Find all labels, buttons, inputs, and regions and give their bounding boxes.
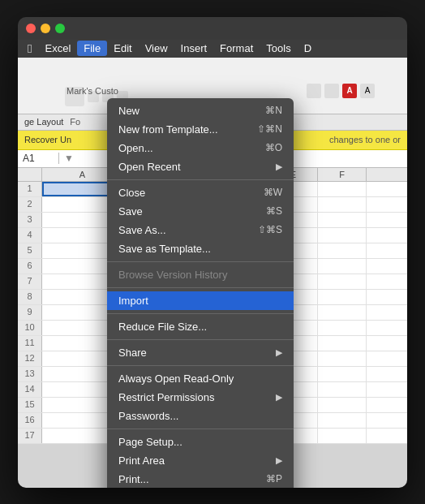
- file-new-template-shortcut: ⇧⌘N: [257, 123, 282, 135]
- menu-tools[interactable]: Tools: [260, 41, 297, 56]
- print-area-arrow: ▶: [276, 455, 282, 466]
- file-save-as-shortcut: ⇧⌘S: [258, 224, 282, 235]
- recover-detail: changes to one or: [329, 135, 401, 144]
- file-close-shortcut: ⌘W: [264, 187, 282, 198]
- grid-cell[interactable]: [318, 243, 367, 258]
- grid-cell[interactable]: [318, 321, 367, 335]
- grid-cell[interactable]: [318, 182, 367, 196]
- grid-cell[interactable]: [318, 228, 367, 243]
- sort-asc-button[interactable]: [307, 84, 321, 98]
- row-number: 5: [18, 243, 42, 258]
- grid-cell[interactable]: [318, 197, 367, 212]
- file-share[interactable]: Share ▶: [107, 343, 294, 362]
- open-recent-arrow: ▶: [276, 162, 282, 172]
- grid-cell[interactable]: [318, 367, 367, 381]
- menu-view[interactable]: View: [139, 41, 174, 56]
- file-save-template-label: Save as Template...: [118, 243, 282, 255]
- maximize-button[interactable]: [55, 24, 65, 33]
- cell-reference[interactable]: A1: [23, 153, 59, 164]
- file-new[interactable]: New ⌘N: [107, 101, 294, 120]
- grid-cell[interactable]: [318, 413, 367, 428]
- file-restrict-permissions[interactable]: Restrict Permissions ▶: [107, 388, 294, 407]
- grid-cell[interactable]: [318, 274, 367, 289]
- close-button[interactable]: [26, 24, 36, 33]
- file-always-read-only-label: Always Open Read-Only: [118, 373, 282, 385]
- menu-excel[interactable]: Excel: [38, 41, 77, 56]
- menu-file[interactable]: File: [77, 41, 107, 56]
- menu-bar:  Excel File Edit View Insert Format Too…: [18, 40, 407, 58]
- file-open-recent-label: Open Recent: [118, 161, 276, 173]
- file-passwords-label: Passwords...: [118, 410, 282, 422]
- file-menu-section-4: Import: [107, 287, 294, 313]
- file-new-template[interactable]: New from Template... ⇧⌘N: [107, 120, 294, 139]
- grid-cell[interactable]: [318, 305, 367, 320]
- file-menu-section-8: Page Setup... Print Area ▶ Print... ⌘P: [107, 429, 294, 488]
- menu-insert[interactable]: Insert: [174, 41, 214, 56]
- row-number: 13: [18, 367, 42, 381]
- file-save-label: Save: [118, 205, 266, 218]
- file-menu-section-3: Browse Version History: [107, 261, 294, 287]
- file-close[interactable]: Close ⌘W: [107, 183, 294, 202]
- file-open-recent[interactable]: Open Recent ▶: [107, 157, 294, 176]
- file-save[interactable]: Save ⌘S: [107, 202, 294, 221]
- font-button[interactable]: A: [360, 84, 375, 98]
- formula-icon: ▼: [64, 153, 74, 164]
- row-number: 17: [18, 429, 42, 443]
- format-tab[interactable]: Fo: [70, 117, 80, 127]
- file-print-label: Print...: [118, 473, 266, 485]
- grid-cell[interactable]: [318, 398, 367, 412]
- grid-cell[interactable]: [318, 351, 367, 366]
- file-print-area-label: Print Area: [118, 454, 276, 467]
- file-always-read-only[interactable]: Always Open Read-Only: [107, 369, 294, 388]
- file-open[interactable]: Open... ⌘O: [107, 139, 294, 157]
- file-print[interactable]: Print... ⌘P: [107, 470, 294, 488]
- file-page-setup-label: Page Setup...: [118, 436, 282, 448]
- main-content: Mark's Custo A A ge Layout Fo Recover Un: [18, 58, 407, 488]
- file-save-shortcut: ⌘S: [266, 205, 282, 217]
- menu-format[interactable]: Format: [213, 41, 260, 56]
- grid-cell[interactable]: [318, 259, 367, 274]
- apple-menu[interactable]: : [21, 40, 38, 57]
- workbook-title: Mark's Custo: [67, 86, 118, 96]
- file-menu-dropdown: New ⌘N New from Template... ⇧⌘N Open... …: [107, 98, 294, 488]
- file-close-label: Close: [118, 187, 264, 199]
- file-print-area[interactable]: Print Area ▶: [107, 451, 294, 470]
- file-import-label: Import: [118, 295, 282, 307]
- file-page-setup[interactable]: Page Setup...: [107, 433, 294, 451]
- file-save-as[interactable]: Save As... ⇧⌘S: [107, 221, 294, 239]
- menu-edit[interactable]: Edit: [107, 41, 138, 56]
- file-import[interactable]: Import: [107, 291, 294, 310]
- font-color-button[interactable]: A: [342, 84, 357, 98]
- file-reduce-size[interactable]: Reduce File Size...: [107, 317, 294, 336]
- row-number: 4: [18, 228, 42, 243]
- grid-cell[interactable]: [318, 213, 367, 227]
- file-open-shortcut: ⌘O: [265, 142, 282, 153]
- row-number: 9: [18, 305, 42, 320]
- row-number: 14: [18, 382, 42, 397]
- page-layout-tab[interactable]: ge Layout: [24, 117, 63, 127]
- row-number: 3: [18, 213, 42, 227]
- grid-cell[interactable]: [318, 290, 367, 304]
- file-menu-section-5: Reduce File Size...: [107, 313, 294, 339]
- file-browse-history: Browse Version History: [107, 265, 294, 284]
- recover-text: Recover Un: [24, 135, 71, 144]
- file-save-template[interactable]: Save as Template...: [107, 239, 294, 258]
- row-number: 11: [18, 336, 42, 351]
- file-passwords[interactable]: Passwords...: [107, 407, 294, 425]
- minimize-button[interactable]: [41, 24, 50, 33]
- file-share-label: Share: [118, 347, 276, 359]
- row-number: 8: [18, 290, 42, 304]
- traffic-lights: [26, 24, 65, 33]
- row-number: 1: [18, 182, 42, 196]
- row-num-header: [18, 168, 42, 181]
- file-browse-history-label: Browse Version History: [118, 269, 282, 281]
- sort-desc-button[interactable]: [324, 84, 339, 98]
- row-number: 6: [18, 259, 42, 274]
- title-bar: [18, 17, 407, 40]
- file-reduce-size-label: Reduce File Size...: [118, 321, 282, 333]
- grid-cell[interactable]: [318, 336, 367, 351]
- grid-cell[interactable]: [318, 429, 367, 443]
- grid-cell[interactable]: [318, 382, 367, 397]
- row-number: 7: [18, 274, 42, 289]
- menu-d[interactable]: D: [298, 41, 318, 56]
